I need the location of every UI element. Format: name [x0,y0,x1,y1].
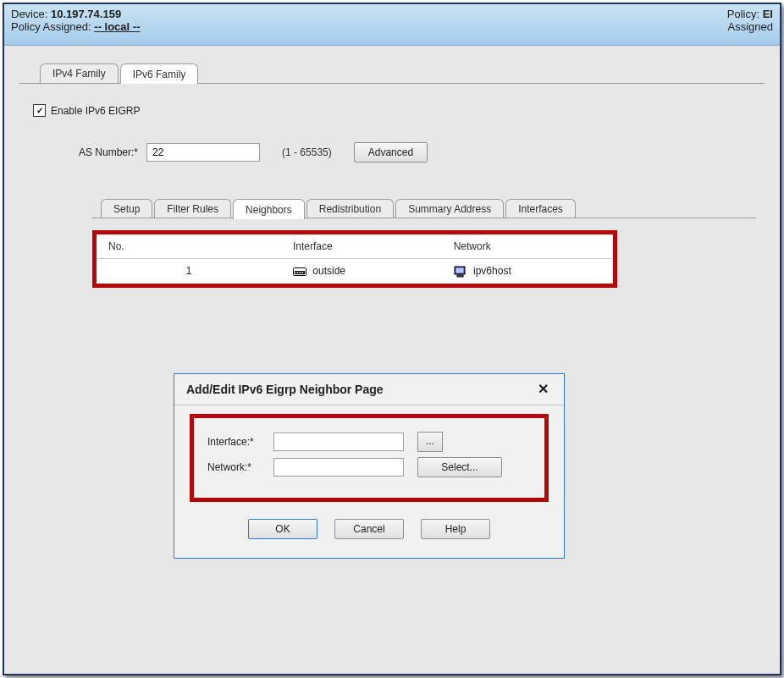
cell-network: ipv6host [442,259,613,284]
tab-neighbors[interactable]: Neighbors [233,199,305,219]
tab-filter-rules[interactable]: Filter Rules [154,199,231,218]
header-bar: Device: 10.197.74.159 Policy: EI Policy … [4,4,780,46]
svg-rect-4 [299,272,300,273]
cell-interface-text: outside [312,265,345,277]
svg-rect-2 [295,272,296,273]
help-button[interactable]: Help [421,519,490,539]
app-window: Device: 10.197.74.159 Policy: EI Policy … [3,3,781,675]
tab-interfaces[interactable]: Interfaces [505,199,576,218]
select-button[interactable]: Select... [417,457,502,477]
device-info: Device: 10.197.74.159 [11,8,121,20]
dialog-fields-highlight: Interface:* ... Network:* Select... [190,414,549,502]
dialog-titlebar: Add/Edit IPv6 Eigrp Neighbor Page ✕ [174,374,564,405]
neighbors-table: No. Interface Network 1 [97,234,613,284]
network-input[interactable] [273,458,404,477]
enable-ipv6-eigrp-label: Enable IPv6 EIGRP [51,105,140,117]
tab-redistribution[interactable]: Redistribution [306,199,394,218]
add-edit-neighbor-dialog: Add/Edit IPv6 Eigrp Neighbor Page ✕ Inte… [174,373,565,559]
interface-icon [293,266,306,278]
dialog-footer: OK Cancel Help [174,502,564,558]
network-row: Network:* Select... [207,457,531,477]
tab-ipv4-family[interactable]: IPv4 Family [40,63,119,83]
as-number-range: (1 - 65535) [282,146,332,158]
device-label: Device: [11,8,47,20]
device-value: 10.197.74.159 [51,8,121,20]
svg-rect-5 [301,272,301,273]
content-area: IPv4 Family IPv6 Family Enable IPv6 EIGR… [4,46,780,675]
policy-right: Policy: EI [727,8,773,20]
table-header-row: No. Interface Network [97,234,613,259]
tab-setup[interactable]: Setup [101,199,152,218]
ipv6-panel: Enable IPv6 EIGRP AS Number:* (1 - 65535… [19,84,765,288]
family-tabs: IPv4 Family IPv6 Family [19,61,765,84]
assigned-right: Assigned [728,20,773,33]
svg-rect-8 [455,267,463,273]
dialog-title: Add/Edit IPv6 Eigrp Neighbor Page [186,383,384,396]
interface-row: Interface:* ... [207,432,531,452]
ok-button[interactable]: OK [248,519,317,539]
policy-assigned-value: -- local -- [94,20,140,33]
cell-no: 1 [97,259,281,284]
as-number-row: AS Number:* (1 - 65535) Advanced [79,142,756,163]
svg-rect-6 [302,272,303,273]
interface-browse-button[interactable]: ... [417,432,443,452]
as-number-input[interactable] [146,143,260,162]
cell-interface: outside [281,259,442,284]
col-interface: Interface [281,234,442,259]
svg-rect-9 [457,275,463,277]
enable-ipv6-eigrp-checkbox[interactable] [33,104,46,117]
policy-right-label: Policy: [727,8,759,20]
as-number-label: AS Number:* [79,146,138,158]
table-row[interactable]: 1 [97,259,613,284]
interface-label: Interface:* [207,436,273,448]
enable-row: Enable IPv6 EIGRP [33,104,756,117]
interface-input[interactable] [273,433,404,451]
col-no: No. [97,234,281,259]
network-label: Network:* [207,461,273,473]
col-network: Network [442,234,613,259]
policy-assigned: Policy Assigned: -- local -- [11,20,140,33]
close-icon[interactable]: ✕ [534,383,552,396]
host-icon [454,266,467,278]
svg-rect-3 [297,272,298,273]
tab-summary-address[interactable]: Summary Address [395,199,504,218]
sub-tabs: Setup Filter Rules Neighbors Redistribut… [92,196,756,218]
advanced-button[interactable]: Advanced [354,142,428,163]
policy-right-value: EI [763,8,773,20]
cancel-button[interactable]: Cancel [334,519,404,539]
sub-section: Setup Filter Rules Neighbors Redistribut… [92,196,756,288]
tab-ipv6-family[interactable]: IPv6 Family [120,63,199,84]
cell-network-text: ipv6host [473,265,511,277]
policy-assigned-label: Policy Assigned: [11,20,91,33]
neighbors-table-highlight: No. Interface Network 1 [92,230,617,288]
